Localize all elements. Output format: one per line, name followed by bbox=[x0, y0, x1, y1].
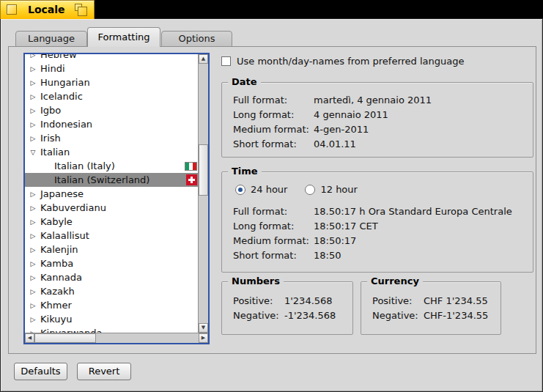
time-group: Time 24 hour 12 hour Full format:18.50:1… bbox=[221, 171, 533, 273]
scroll-right-icon[interactable]: ▶ bbox=[199, 333, 208, 343]
currency-group-title: Currency bbox=[367, 275, 423, 286]
currency-negative-row: Negative:CHF-1'234.55 bbox=[372, 308, 495, 323]
radio-12-hour[interactable] bbox=[305, 185, 315, 195]
tab-formatting[interactable]: Formatting bbox=[87, 27, 160, 47]
triangle-collapsed-icon[interactable] bbox=[29, 204, 37, 212]
scroll-up-icon[interactable]: ▲ bbox=[199, 54, 208, 64]
vertical-scrollbar-thumb[interactable] bbox=[199, 144, 208, 196]
switzerland-flag-icon bbox=[186, 174, 197, 185]
triangle-expanded-icon[interactable] bbox=[29, 149, 37, 156]
window-title: Locale bbox=[28, 4, 65, 15]
horizontal-scrollbar-thumb[interactable] bbox=[34, 333, 96, 343]
triangle-collapsed-icon[interactable] bbox=[29, 218, 37, 226]
horizontal-scrollbar[interactable]: ◀ ▶ bbox=[25, 333, 208, 343]
list-item[interactable]: Kabyle bbox=[25, 215, 198, 229]
list-item-selected[interactable]: Italian (Switzerland) bbox=[25, 173, 198, 187]
triangle-collapsed-icon[interactable] bbox=[29, 232, 37, 240]
time-group-title: Time bbox=[228, 166, 262, 177]
use-month-day-names-row: Use month/day-names from preferred langu… bbox=[221, 56, 465, 67]
revert-button[interactable]: Revert bbox=[77, 363, 131, 380]
radio-24-hour-label: 24 hour bbox=[251, 184, 287, 195]
list-item[interactable]: Khmer bbox=[25, 298, 198, 312]
date-group: Date Full format:martedì, 4 gennaio 2011… bbox=[221, 82, 533, 158]
scroll-down-icon[interactable]: ▼ bbox=[199, 323, 208, 333]
triangle-collapsed-icon[interactable] bbox=[29, 79, 37, 86]
triangle-collapsed-icon[interactable] bbox=[29, 274, 37, 281]
defaults-button[interactable]: Defaults bbox=[14, 363, 67, 380]
triangle-collapsed-icon[interactable] bbox=[29, 54, 37, 59]
radio-12-hour-label: 12 hour bbox=[320, 184, 357, 195]
date-medium-format-row: Medium format:4-gen-2011 bbox=[233, 122, 527, 137]
triangle-collapsed-icon[interactable] bbox=[29, 288, 37, 295]
time-full-format-row: Full format:18.50:17 h Ora Standard Euro… bbox=[233, 204, 527, 219]
language-list: Hebrew Hindi Hungarian Icelandic Igbo In… bbox=[23, 53, 210, 344]
time-short-format-row: Short format:18:50 bbox=[233, 248, 527, 263]
list-item[interactable]: Kalaallisut bbox=[25, 229, 198, 243]
window-title-bar[interactable]: Locale bbox=[0, 0, 95, 19]
desktop: { "window": { "title": "Locale" }, "tabs… bbox=[0, 0, 543, 392]
currency-positive-row: Positive:CHF 1'234.55 bbox=[372, 294, 495, 308]
list-item[interactable]: Kazakh bbox=[25, 284, 198, 298]
list-item[interactable]: Hindi bbox=[25, 62, 198, 75]
list-item[interactable]: Italian bbox=[25, 145, 198, 159]
list-item[interactable]: Indonesian bbox=[25, 117, 198, 131]
list-item[interactable]: Kamba bbox=[25, 256, 198, 270]
italy-flag-icon bbox=[185, 162, 197, 171]
list-item[interactable]: Kikuyu bbox=[25, 312, 198, 326]
list-item[interactable]: Kinyarwanda bbox=[25, 326, 198, 333]
triangle-collapsed-icon[interactable] bbox=[29, 246, 37, 254]
language-list-viewport[interactable]: Hebrew Hindi Hungarian Icelandic Igbo In… bbox=[25, 54, 198, 333]
locale-window: Language Formatting Options Hebrew Hindi… bbox=[0, 18, 543, 392]
close-icon[interactable] bbox=[7, 4, 17, 15]
list-item[interactable]: Japanese bbox=[25, 187, 198, 201]
time-long-format-row: Long format:18:50:17 CET bbox=[233, 219, 527, 234]
date-group-title: Date bbox=[228, 76, 261, 87]
numbers-positive-row: Positive:1'234.568 bbox=[233, 294, 347, 308]
numbers-negative-row: Negative:-1'234.568 bbox=[233, 308, 347, 323]
numbers-group-title: Numbers bbox=[228, 275, 284, 286]
time-medium-format-row: Medium format:18:50:17 bbox=[233, 234, 527, 248]
list-item[interactable]: Igbo bbox=[25, 103, 198, 117]
date-full-format-row: Full format:martedì, 4 gennaio 2011 bbox=[233, 93, 527, 108]
date-short-format-row: Short format:04.01.11 bbox=[233, 137, 527, 152]
formatting-panel: Hebrew Hindi Hungarian Icelandic Igbo In… bbox=[8, 46, 536, 354]
list-item[interactable]: Italian (Italy) bbox=[25, 159, 198, 173]
triangle-collapsed-icon[interactable] bbox=[29, 316, 37, 323]
triangle-collapsed-icon[interactable] bbox=[29, 93, 37, 100]
scroll-left-icon[interactable]: ◀ bbox=[25, 333, 34, 343]
numbers-group: Numbers Positive:1'234.568 Negative:-1'2… bbox=[221, 281, 353, 335]
triangle-collapsed-icon[interactable] bbox=[29, 302, 37, 309]
zoom-icon[interactable] bbox=[75, 4, 89, 17]
vertical-scrollbar[interactable]: ▲ ▼ bbox=[198, 54, 208, 333]
list-item[interactable]: Hebrew bbox=[25, 54, 198, 62]
tab-options[interactable]: Options bbox=[161, 31, 232, 47]
list-item[interactable]: Kalenjin bbox=[25, 243, 198, 256]
use-month-day-names-checkbox[interactable] bbox=[221, 56, 231, 66]
list-item[interactable]: Icelandic bbox=[25, 89, 198, 103]
list-item[interactable]: Kabuverdianu bbox=[25, 201, 198, 215]
triangle-collapsed-icon[interactable] bbox=[29, 65, 37, 73]
list-item[interactable]: Kannada bbox=[25, 270, 198, 284]
triangle-collapsed-icon[interactable] bbox=[29, 121, 37, 128]
currency-group: Currency Positive:CHF 1'234.55 Negative:… bbox=[361, 281, 501, 335]
date-long-format-row: Long format:4 gennaio 2011 bbox=[233, 108, 527, 122]
zoom-icon-large-square bbox=[78, 7, 87, 16]
triangle-collapsed-icon[interactable] bbox=[29, 191, 37, 198]
list-item[interactable]: Hungarian bbox=[25, 75, 198, 89]
triangle-collapsed-icon[interactable] bbox=[29, 135, 37, 142]
tab-language[interactable]: Language bbox=[15, 31, 87, 47]
triangle-collapsed-icon[interactable] bbox=[29, 260, 37, 267]
use-month-day-names-label: Use month/day-names from preferred langu… bbox=[237, 56, 465, 67]
radio-24-hour[interactable] bbox=[235, 185, 245, 195]
triangle-collapsed-icon[interactable] bbox=[29, 107, 37, 114]
list-item[interactable]: Irish bbox=[25, 131, 198, 145]
